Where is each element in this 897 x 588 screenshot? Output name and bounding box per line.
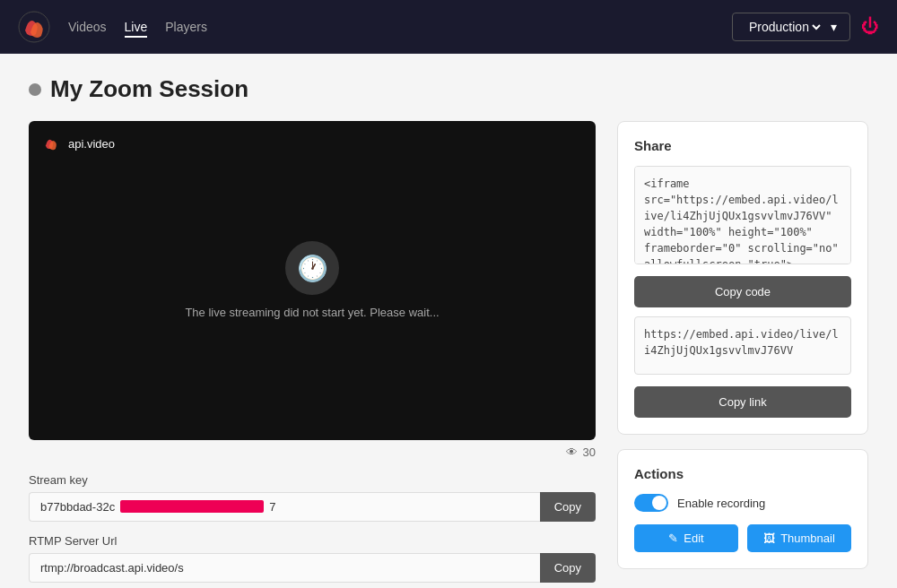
content-grid: api.video 🕐 The live streaming did not s… bbox=[29, 121, 868, 588]
nav-links: Videos Live Players bbox=[68, 16, 732, 38]
chevron-down-icon: ▾ bbox=[831, 20, 837, 34]
stream-key-input: b77bbdad-32c 7 bbox=[29, 492, 540, 522]
views-count: 30 bbox=[583, 445, 596, 459]
nav-right: Production Sandbox ▾ ⏻ bbox=[732, 13, 879, 41]
share-title: Share bbox=[634, 138, 851, 153]
logo[interactable] bbox=[18, 11, 50, 43]
stream-key-row: b77bbdad-32c 7 Copy bbox=[29, 492, 596, 522]
navbar: Videos Live Players Production Sandbox ▾… bbox=[0, 0, 897, 54]
image-icon: 🖼 bbox=[763, 532, 775, 545]
edit-icon: ✎ bbox=[668, 532, 678, 545]
main-content: My Zoom Session api.video 🕐 The live str… bbox=[0, 54, 897, 588]
stream-section: Stream key b77bbdad-32c 7 Copy RTMP Serv… bbox=[29, 473, 596, 589]
clock-icon: 🕐 bbox=[285, 241, 339, 295]
rtmp-url-copy-button[interactable]: Copy bbox=[540, 553, 596, 583]
copy-code-button[interactable]: Copy code bbox=[634, 276, 851, 307]
share-card: Share <iframe src="https://embed.api.vid… bbox=[617, 121, 868, 435]
rtmp-url-row: Copy bbox=[29, 553, 596, 583]
page-title: My Zoom Session bbox=[50, 75, 248, 103]
edit-button[interactable]: ✎ Edit bbox=[634, 524, 738, 552]
page-title-row: My Zoom Session bbox=[29, 75, 868, 103]
eye-icon: 👁 bbox=[566, 445, 578, 459]
status-dot bbox=[29, 83, 41, 96]
views-row: 👁 30 bbox=[29, 445, 596, 459]
env-dropdown[interactable]: Production Sandbox ▾ bbox=[732, 13, 850, 41]
waiting-text: The live streaming did not start yet. Pl… bbox=[185, 306, 439, 319]
recording-toggle-row: Enable recording bbox=[634, 494, 851, 512]
stream-key-copy-button[interactable]: Copy bbox=[540, 492, 596, 522]
video-waiting: 🕐 The live streaming did not start yet. … bbox=[185, 241, 439, 319]
stream-key-start: b77bbdad-32c bbox=[40, 500, 115, 514]
rtmp-url-label: RTMP Server Url bbox=[29, 534, 596, 548]
thumbnail-button[interactable]: 🖼 Thumbnail bbox=[747, 524, 851, 552]
env-select[interactable]: Production Sandbox bbox=[745, 19, 823, 35]
rtmp-url-field: RTMP Server Url Copy bbox=[29, 534, 596, 583]
embed-code-textarea[interactable]: <iframe src="https://embed.api.video/liv… bbox=[634, 166, 851, 264]
power-button[interactable]: ⏻ bbox=[861, 16, 879, 37]
nav-players[interactable]: Players bbox=[165, 16, 207, 38]
copy-link-button[interactable]: Copy link bbox=[634, 386, 851, 418]
redacted-key bbox=[120, 500, 264, 513]
video-logo-text: api.video bbox=[68, 137, 115, 151]
actions-title: Actions bbox=[634, 466, 851, 481]
nav-videos[interactable]: Videos bbox=[68, 16, 107, 38]
right-panel: Share <iframe src="https://embed.api.vid… bbox=[617, 121, 868, 569]
nav-live[interactable]: Live bbox=[125, 16, 148, 38]
stream-key-field: Stream key b77bbdad-32c 7 Copy bbox=[29, 473, 596, 522]
recording-toggle[interactable] bbox=[634, 494, 668, 512]
video-logo: api.video bbox=[41, 134, 115, 153]
stream-key-end: 7 bbox=[269, 500, 275, 514]
recording-label: Enable recording bbox=[677, 497, 765, 510]
actions-card: Actions Enable recording ✎ Edit 🖼 Thumbn… bbox=[617, 449, 868, 569]
left-column: api.video 🕐 The live streaming did not s… bbox=[29, 121, 596, 588]
stream-key-label: Stream key bbox=[29, 473, 596, 487]
rtmp-url-input[interactable] bbox=[29, 553, 540, 583]
link-url-textarea[interactable]: https://embed.api.video/live/li4ZhjUjQUx… bbox=[634, 316, 851, 375]
video-player: api.video 🕐 The live streaming did not s… bbox=[29, 121, 596, 440]
action-buttons: ✎ Edit 🖼 Thumbnail bbox=[634, 524, 851, 552]
